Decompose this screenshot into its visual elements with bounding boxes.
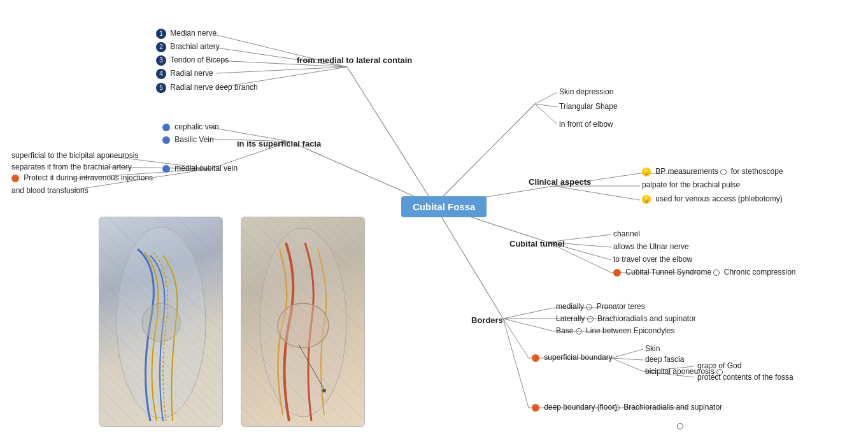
branch-from-medial: from medial to lateral contain xyxy=(297,55,412,65)
item-tendon-biceps: 3 Tendon of Biceps xyxy=(156,55,229,66)
item-cephalic-vein: cephalic vein xyxy=(162,122,219,131)
svg-line-39 xyxy=(611,358,643,360)
branch-clinical: Clinical aspects xyxy=(529,177,591,187)
dot-yellow-venous: 💡 xyxy=(642,195,651,204)
dot-blue-basilic xyxy=(162,136,170,144)
svg-point-49 xyxy=(278,303,329,348)
svg-line-29 xyxy=(434,205,503,319)
svg-line-4 xyxy=(217,67,347,73)
svg-line-43 xyxy=(503,319,529,408)
item-channel: channel xyxy=(613,229,640,238)
dot-blue-medial-cubital xyxy=(162,165,170,173)
item-skin: Skin xyxy=(645,344,660,353)
num-2: 2 xyxy=(156,42,166,52)
item-brachioradialis-floor: Brachioradialis and supinator xyxy=(613,403,722,412)
svg-line-34 xyxy=(503,319,554,331)
num-3: 3 xyxy=(156,55,166,66)
item-radial-nerve-deep: 5 Radial nerve deep branch xyxy=(156,83,258,93)
branch-borders: Borders xyxy=(471,315,503,325)
num-4: 4 xyxy=(156,69,166,79)
svg-line-36 xyxy=(503,319,529,358)
dot-red-cts xyxy=(613,269,621,277)
svg-line-16 xyxy=(535,104,557,107)
item-skin-depression: Skin depression xyxy=(559,87,613,96)
item-deep-boundary: deep boundary (floor) xyxy=(532,403,617,412)
dot-yellow-bp: 💡 xyxy=(642,168,651,176)
item-triangular-shape: Triangular Shape xyxy=(559,102,618,111)
item-brachial-artery: 2 Brachial artery xyxy=(156,42,220,52)
branch-superficial-facia: in its superficial facia xyxy=(237,139,321,148)
circle-laterally xyxy=(587,316,594,322)
svg-line-50 xyxy=(299,345,324,389)
item-base: Base Line between Epicondyles xyxy=(556,326,674,335)
svg-line-22 xyxy=(554,186,640,200)
item-bottom-circle xyxy=(677,421,685,430)
circle-bp xyxy=(720,169,727,175)
svg-point-48 xyxy=(260,228,346,417)
item-protect-contents: protect contents of the fossa xyxy=(697,373,793,382)
item-superficial-boundary: superficial boundary xyxy=(532,353,613,362)
item-allows-ulnar: allows the Ulnar nerve xyxy=(613,242,689,251)
dot-blue-cephalic xyxy=(162,124,170,131)
item-travel-elbow: to travel over the elbow xyxy=(613,255,692,264)
circle-medially xyxy=(586,304,592,310)
item-blood-transfusions: and blood transfusions xyxy=(11,186,89,195)
svg-point-47 xyxy=(142,303,180,342)
circle-bottom xyxy=(677,423,683,429)
circle-floor xyxy=(613,405,620,411)
item-protect-iv: Protect it during intravenous injections xyxy=(11,173,153,182)
item-laterally: Laterally Brachioradialis and supinator xyxy=(556,314,696,323)
svg-point-51 xyxy=(322,389,326,392)
svg-line-14 xyxy=(434,104,535,205)
item-palpate-brachial: palpate for the brachial pulse xyxy=(642,180,740,189)
svg-line-30 xyxy=(503,308,554,319)
svg-line-0 xyxy=(347,67,434,205)
svg-point-46 xyxy=(117,227,206,418)
num-5: 5 xyxy=(156,83,166,93)
item-medially: medially Pronator teres xyxy=(556,302,645,311)
item-medial-cubital-vein: medial cubital vein xyxy=(162,164,238,173)
item-bp-measurements: 💡 BP measurements for stethoscope xyxy=(642,167,783,176)
item-radial-nerve: 4 Radial nerve xyxy=(156,69,213,79)
svg-line-6 xyxy=(290,141,434,205)
item-deep-fascia: deep fascia xyxy=(645,355,684,364)
item-median-nerve: 1 Median nerve xyxy=(156,29,217,39)
item-separates-brachial: separates it from the brachial artery xyxy=(11,162,132,171)
branch-cubital-tunnel: Cubital tunnel xyxy=(509,239,565,248)
svg-line-40 xyxy=(611,358,643,371)
num-1: 1 xyxy=(156,29,166,39)
svg-line-15 xyxy=(535,92,557,104)
svg-line-38 xyxy=(611,349,643,358)
circle-cts xyxy=(713,270,720,276)
center-node: Cubital Fossa xyxy=(401,196,487,217)
dot-red-db xyxy=(532,404,539,412)
dot-red-protect xyxy=(11,175,19,182)
item-grace-of-god: grace of God xyxy=(697,361,741,370)
item-basilic-vein: Basilic Vein xyxy=(162,135,214,144)
item-superficial-bicipital: superficial to the bicipital aponeurosis xyxy=(11,151,138,160)
circle-base xyxy=(576,328,582,334)
item-cubital-tunnel-syndrome: Cubital Tunnel Syndrome Chronic compress… xyxy=(613,268,796,277)
svg-line-17 xyxy=(535,104,557,124)
item-venous-access: 💡 used for venous access (phlebotomy) xyxy=(642,194,783,204)
dot-red-sb xyxy=(532,354,539,362)
item-in-front-elbow: in front of elbow xyxy=(559,120,613,129)
